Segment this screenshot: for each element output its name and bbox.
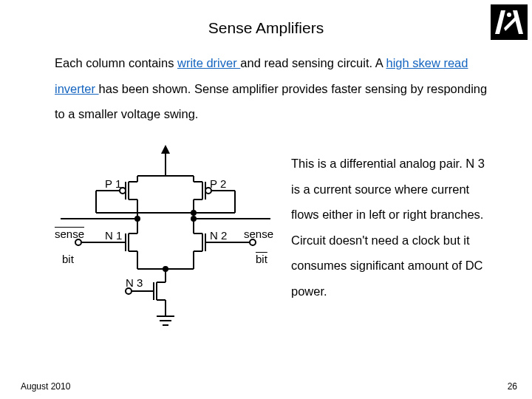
svg-point-49 bbox=[163, 267, 168, 271]
label-p1: P 1 bbox=[105, 177, 121, 190]
intro-paragraph: Each column contains write driver and re… bbox=[0, 43, 532, 127]
intro-text-c: has been shown. Sense amplifier provides… bbox=[55, 82, 487, 121]
label-sense: sense bbox=[244, 228, 273, 240]
svg-point-46 bbox=[250, 239, 256, 245]
page-title: Sense Amplifiers bbox=[0, 0, 532, 43]
sense-amplifier-circuit: P 1 P 2 N 1 N 2 N 3 bbox=[55, 145, 276, 337]
side-paragraph: This is a differential analog pair. N 3 … bbox=[291, 145, 495, 304]
svg-point-1 bbox=[507, 13, 511, 17]
label-n2: N 2 bbox=[210, 229, 227, 242]
footer-page-number: 26 bbox=[508, 381, 517, 392]
label-bit: bit bbox=[62, 253, 74, 265]
intro-text-b: and read sensing circuit. A bbox=[240, 56, 386, 69]
intro-text-a: Each column contains bbox=[55, 56, 177, 69]
svg-point-45 bbox=[75, 239, 81, 245]
footer-date: August 2010 bbox=[21, 381, 70, 392]
label-bit-bar: bit bbox=[256, 253, 267, 265]
svg-marker-3 bbox=[161, 145, 170, 154]
svg-point-56 bbox=[126, 288, 132, 294]
label-p2: P 2 bbox=[210, 177, 226, 190]
label-n1: N 1 bbox=[105, 229, 122, 242]
svg-rect-0 bbox=[491, 4, 528, 40]
label-n3: N 3 bbox=[126, 276, 143, 289]
write-driver-link[interactable]: write driver bbox=[177, 56, 240, 69]
institution-logo bbox=[491, 4, 528, 40]
label-sense-bar: sense bbox=[55, 228, 84, 240]
